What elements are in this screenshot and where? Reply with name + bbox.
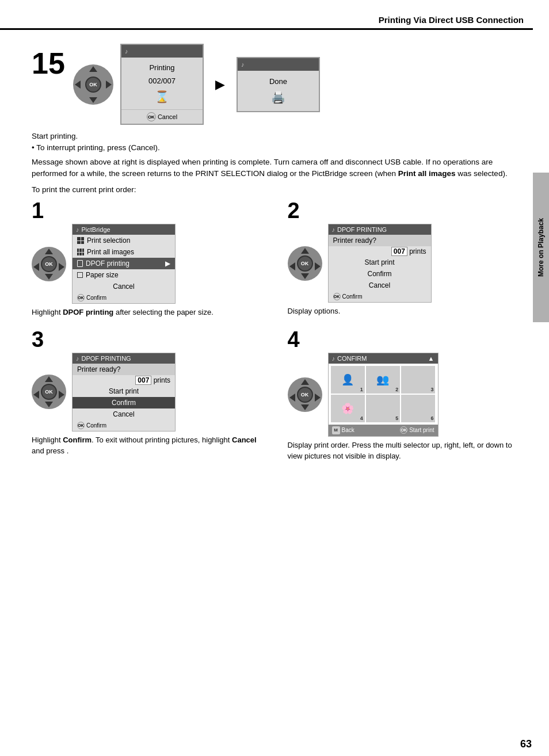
- dpof-header-3: ♪ DPOF PRINTING: [73, 353, 175, 364]
- menu-item-paper-size: Paper size: [73, 269, 175, 281]
- step-3-desc: Highlight Confirm. To exit without print…: [32, 435, 270, 457]
- cam-icon-dpof3: ♪: [76, 355, 79, 362]
- cell-img-4: 🌸: [341, 402, 354, 415]
- pictbridge-header: ♪ PictBridge: [73, 224, 175, 235]
- dpof-confirm-3: Confirm: [73, 397, 175, 408]
- conf-cell-2: 👥 2: [366, 366, 400, 394]
- printer-ready-3: Printer ready?: [73, 364, 175, 375]
- done-text: Done: [269, 77, 287, 86]
- prints-num-3: 007: [135, 376, 151, 385]
- dpof-arrow: ▶: [165, 259, 170, 268]
- printing-text: Printing: [149, 63, 174, 72]
- menu-icon-back: M: [332, 426, 340, 434]
- cell-num-4: 4: [360, 415, 363, 421]
- desc1: Start printing.: [32, 131, 526, 142]
- conf-cell-3: 3: [401, 366, 435, 394]
- desc2: • To interrupt printing, press (Cancel).: [32, 142, 526, 154]
- doc-icon: [77, 260, 83, 267]
- conf-cell-6: 6: [401, 395, 435, 422]
- dpof-menu-3: ♪ DPOF PRINTING Printer ready? 007 print…: [72, 353, 176, 432]
- cell-num-2: 2: [395, 387, 398, 392]
- step-2-row: OK ♪ DPOF PRINTING Printer ready? 007 pr…: [288, 224, 527, 303]
- hourglass-icon: ⌛: [155, 90, 169, 104]
- pictbridge-menu: ♪ PictBridge Print selection Print all i…: [72, 224, 176, 304]
- confirm-label-1: Confirm: [86, 295, 106, 301]
- lcd-done-15: ♪ Done 🖨️: [237, 57, 320, 112]
- step-4-number: 4: [288, 329, 527, 350]
- step-15-description: Start printing. • To interrupt printing,…: [32, 131, 526, 180]
- dpad-step2: OK: [288, 246, 322, 281]
- ok-icon-3: OK: [77, 422, 85, 429]
- dpof-start-print-2: Start print: [329, 257, 431, 268]
- confirm-footer: M Back OK Start print: [329, 425, 438, 436]
- menu-footer-3: OK Confirm: [73, 420, 175, 431]
- printer-ready-2: Printer ready?: [329, 235, 431, 246]
- sidebar-tab: More on Playback: [533, 173, 549, 322]
- dpad-left-arrow: [75, 81, 81, 89]
- ok-icon-conf: OK: [400, 426, 407, 434]
- lcd-footer-15: OK Cancel: [121, 109, 203, 124]
- header-bar: Printing Via Direct USB Connection: [0, 0, 533, 30]
- grid3-icon: [77, 249, 84, 255]
- step-2-item: 2 OK ♪ DPOF PRINTING: [288, 200, 527, 318]
- step-1-number: 1: [32, 200, 270, 222]
- lcd-printing-15: ♪ Printing 002/007 ⌛ OK Cancel: [120, 44, 204, 125]
- lcd-header-15: ♪: [121, 45, 203, 58]
- steps-grid: 1 OK ♪ PictBridge: [32, 200, 526, 462]
- lcd-done-header: ♪: [238, 58, 319, 71]
- conf-cell-4: 🌸 4: [331, 395, 365, 422]
- pictbridge-title: PictBridge: [82, 226, 110, 233]
- prints-num-2: 007: [391, 247, 407, 256]
- prints-label-2: prints: [409, 247, 426, 255]
- scroll-indicator: ▲: [428, 355, 434, 362]
- prints-label-3: prints: [154, 376, 170, 384]
- dpof-title-3: DPOF PRINTING: [82, 355, 131, 362]
- cam-icon-pb: ♪: [76, 226, 79, 233]
- ok-icon-2: OK: [333, 293, 341, 300]
- step-4-desc: Display print order. Press the multi sel…: [288, 440, 527, 462]
- square-icon: [77, 272, 83, 278]
- dpof-title-2: DPOF PRINTING: [337, 226, 387, 233]
- dpad-step3: OK: [32, 375, 66, 409]
- menu-item-print-all: Print all images: [73, 246, 175, 258]
- dpof-confirm-2: Confirm: [329, 268, 431, 280]
- menu-item-print-selection: Print selection: [73, 235, 175, 246]
- menu-item-dpof: DPOF printing ▶: [73, 258, 175, 269]
- lcd-done-body: Done 🖨️: [238, 71, 319, 111]
- start-print-label: Start print: [409, 427, 434, 433]
- conf-cell-1: 👤 1: [331, 366, 365, 394]
- page-title: Printing Via Direct USB Connection: [379, 15, 524, 25]
- cell-num-6: 6: [430, 415, 433, 421]
- step-15-top: OK ♪ Printing 002/007 ⌛ OK Cancel ▶: [73, 44, 526, 125]
- dpad-15: OK: [73, 64, 113, 105]
- start-print-btn-label: OK Start print: [400, 426, 434, 434]
- dpad-ok-1: OK: [41, 256, 57, 272]
- print-order-title: To print the current print order:: [32, 185, 526, 194]
- dpad-ok-2: OK: [297, 255, 313, 272]
- cell-num-1: 1: [360, 387, 363, 392]
- printer-icon-done: 🖨️: [271, 90, 285, 104]
- cell-img-1: 👤: [341, 373, 354, 386]
- cell-num-5: 5: [395, 415, 398, 421]
- cancel-label-15: Cancel: [158, 113, 177, 120]
- cell-num-3: 3: [430, 387, 433, 392]
- printing-count: 002/007: [148, 77, 176, 85]
- confirm-header: ♪ CONFIRM ▲: [329, 353, 438, 364]
- step-3-number: 3: [32, 329, 270, 350]
- dpof-cancel-3: Cancel: [73, 408, 175, 420]
- menu-footer-1: OK Confirm: [73, 292, 175, 303]
- step-4-row: OK ♪ CONFIRM ▲ 👤 1: [288, 353, 527, 437]
- confirm-title: CONFIRM: [337, 355, 367, 362]
- prints-line-3: 007 prints: [73, 375, 175, 385]
- print-order-section: To print the current print order: 1 OK: [32, 185, 526, 462]
- arrow-15: ▶: [211, 77, 230, 92]
- step-15: 15 OK ♪ Printing 002/007 ⌛: [32, 38, 526, 180]
- confirm-label-2: Confirm: [342, 293, 363, 300]
- dpof-menu-2: ♪ DPOF PRINTING Printer ready? 007 print…: [328, 224, 432, 303]
- step-3-item: 3 OK ♪ DPOF PRINTING: [32, 329, 270, 462]
- dpad-up-arrow: [89, 66, 97, 72]
- step-15-number: 15: [32, 48, 65, 78]
- grid2-icon: [77, 237, 84, 244]
- dpad-down-arrow: [89, 97, 97, 103]
- confirm-screen: ♪ CONFIRM ▲ 👤 1 👥: [328, 353, 439, 437]
